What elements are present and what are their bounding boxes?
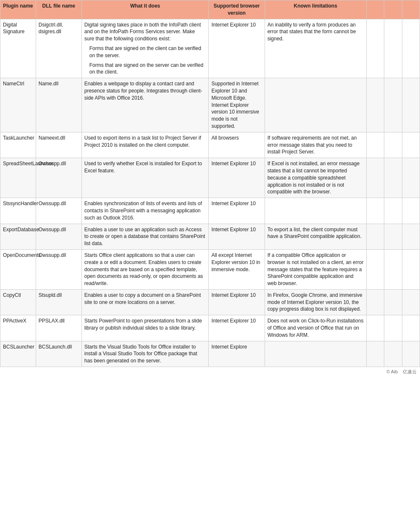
cell-extra bbox=[384, 132, 402, 158]
cell-what-it-does: Enables a user to use an application suc… bbox=[81, 224, 209, 249]
cell-extra bbox=[384, 224, 402, 249]
cell-plugin-name: TaskLauncher bbox=[0, 132, 36, 158]
table-row: OpenDocumentsOwssupp.dllStarts Office cl… bbox=[0, 249, 420, 289]
cell-extra bbox=[402, 315, 420, 341]
cell-extra bbox=[384, 341, 402, 367]
cell-plugin-name: StssyncHandler bbox=[0, 198, 36, 224]
cell-extra bbox=[402, 78, 420, 132]
cell-browser: Internet Explorer 10 bbox=[209, 224, 265, 249]
cell-limitations: To export a list, the client computer mu… bbox=[265, 224, 366, 249]
cell-extra bbox=[366, 224, 384, 249]
cell-browser: Internet Explorer 10 bbox=[209, 289, 265, 315]
cell-limitations: Does not work on Click-to-Run installati… bbox=[265, 315, 366, 341]
cell-extra bbox=[384, 249, 402, 289]
cell-extra bbox=[402, 341, 420, 367]
cell-extra bbox=[384, 198, 402, 224]
cell-extra bbox=[366, 198, 384, 224]
cell-dll-name: Owssupp.dll bbox=[36, 224, 81, 249]
cell-extra bbox=[366, 132, 384, 158]
plugins-table: Plugin name DLL file name What it does S… bbox=[0, 0, 420, 367]
cell-extra bbox=[366, 289, 384, 315]
table-row: CopyCtlStsupld.dllEnables a user to copy… bbox=[0, 289, 420, 315]
cell-extra bbox=[366, 78, 384, 132]
cell-extra bbox=[366, 341, 384, 367]
table-row: Digital SignatureDsigctrl.dll, dsigres.d… bbox=[0, 19, 420, 78]
col-extra1 bbox=[366, 0, 384, 19]
cell-plugin-name: NameCtrl bbox=[0, 78, 36, 132]
cell-dll-name: Owssupp.dll bbox=[36, 249, 81, 289]
table-row: TaskLauncherNameext.dllUsed to export it… bbox=[0, 132, 420, 158]
cell-limitations: If software requirements are not met, an… bbox=[265, 132, 366, 158]
cell-what-it-does: Used to verify whether Excel is installe… bbox=[81, 158, 209, 198]
col-limitations: Known limitations bbox=[265, 0, 366, 19]
cell-browser: Internet Explorer 10 bbox=[209, 315, 265, 341]
cell-extra bbox=[366, 158, 384, 198]
cell-plugin-name: SpreadSheetLauncher bbox=[0, 158, 36, 198]
cell-what-it-does: Enables a user to copy a document on a S… bbox=[81, 289, 209, 315]
cell-limitations bbox=[265, 78, 366, 132]
cell-extra bbox=[366, 249, 384, 289]
cell-plugin-name: ExportDatabase bbox=[0, 224, 36, 249]
cell-extra bbox=[402, 132, 420, 158]
cell-browser: Internet Explorer 10 bbox=[209, 158, 265, 198]
cell-dll-name: Owssupp.dll bbox=[36, 198, 81, 224]
cell-what-it-does: Used to export items in a task list to P… bbox=[81, 132, 209, 158]
cell-dll-name: Owssupp.dll bbox=[36, 158, 81, 198]
footer-left: © Aib bbox=[386, 369, 397, 374]
cell-dll-name: BCSLaunch.dll bbox=[36, 341, 81, 367]
cell-extra bbox=[384, 315, 402, 341]
cell-browser: Internet Explore bbox=[209, 341, 265, 367]
cell-limitations: If Excel is not installed, an error mess… bbox=[265, 158, 366, 198]
cell-browser: Internet Explorer 10 bbox=[209, 198, 265, 224]
cell-extra bbox=[402, 19, 420, 78]
cell-extra bbox=[384, 19, 402, 78]
cell-dll-name: PPSLAX.dll bbox=[36, 315, 81, 341]
cell-what-it-does: Enables a webpage to display a contact c… bbox=[81, 78, 209, 132]
cell-extra bbox=[402, 249, 420, 289]
table-row: BCSLauncherBCSLaunch.dllStarts the Visua… bbox=[0, 341, 420, 367]
table-row: NameCtrlName.dllEnables a webpage to dis… bbox=[0, 78, 420, 132]
col-browser: Supported browser version bbox=[209, 0, 265, 19]
table-row: SpreadSheetLauncherOwssupp.dllUsed to ve… bbox=[0, 158, 420, 198]
cell-extra bbox=[402, 158, 420, 198]
cell-limitations bbox=[265, 198, 366, 224]
cell-plugin-name: PPActiveX bbox=[0, 315, 36, 341]
cell-plugin-name: BCSLauncher bbox=[0, 341, 36, 367]
cell-what-it-does: Enables synchronization of lists of even… bbox=[81, 198, 209, 224]
cell-plugin-name: Digital Signature bbox=[0, 19, 36, 78]
footer: © Aib 亿速云 bbox=[0, 367, 420, 377]
cell-limitations bbox=[265, 341, 366, 367]
table-row: ExportDatabaseOwssupp.dllEnables a user … bbox=[0, 224, 420, 249]
cell-extra bbox=[402, 224, 420, 249]
cell-dll-name: Dsigctrl.dll, dsigres.dll bbox=[36, 19, 81, 78]
cell-extra bbox=[366, 19, 384, 78]
footer-right: 亿速云 bbox=[403, 369, 417, 374]
cell-dll-name: Nameext.dll bbox=[36, 132, 81, 158]
cell-plugin-name: CopyCtl bbox=[0, 289, 36, 315]
col-what-it-does: What it does bbox=[81, 0, 209, 19]
cell-dll-name: Stsupld.dll bbox=[36, 289, 81, 315]
table-row: StssyncHandlerOwssupp.dllEnables synchro… bbox=[0, 198, 420, 224]
col-dll-name: DLL file name bbox=[36, 0, 81, 19]
cell-limitations: If a compatible Office application or br… bbox=[265, 249, 366, 289]
cell-what-it-does: Starts PowerPoint to open presentations … bbox=[81, 315, 209, 341]
col-extra3 bbox=[402, 0, 420, 19]
cell-limitations: An inability to verify a form produces a… bbox=[265, 19, 366, 78]
cell-extra bbox=[402, 198, 420, 224]
cell-what-it-does: Digital signing takes place in both the … bbox=[81, 19, 209, 78]
cell-extra bbox=[384, 158, 402, 198]
cell-extra bbox=[384, 78, 402, 132]
cell-browser: All browsers bbox=[209, 132, 265, 158]
cell-what-it-does: Starts the Visual Studio Tools for Offic… bbox=[81, 341, 209, 367]
cell-extra bbox=[384, 289, 402, 315]
cell-plugin-name: OpenDocuments bbox=[0, 249, 36, 289]
cell-browser: All except Internet Explorer version 10 … bbox=[209, 249, 265, 289]
cell-browser: Internet Explorer 10 bbox=[209, 19, 265, 78]
cell-extra bbox=[402, 289, 420, 315]
col-plugin-name: Plugin name bbox=[0, 0, 36, 19]
cell-limitations: In Firefox, Google Chrome, and immersive… bbox=[265, 289, 366, 315]
cell-extra bbox=[366, 315, 384, 341]
col-extra2 bbox=[384, 0, 402, 19]
cell-browser: Supported in Internet Explorer 10 and Mi… bbox=[209, 78, 265, 132]
cell-dll-name: Name.dll bbox=[36, 78, 81, 132]
